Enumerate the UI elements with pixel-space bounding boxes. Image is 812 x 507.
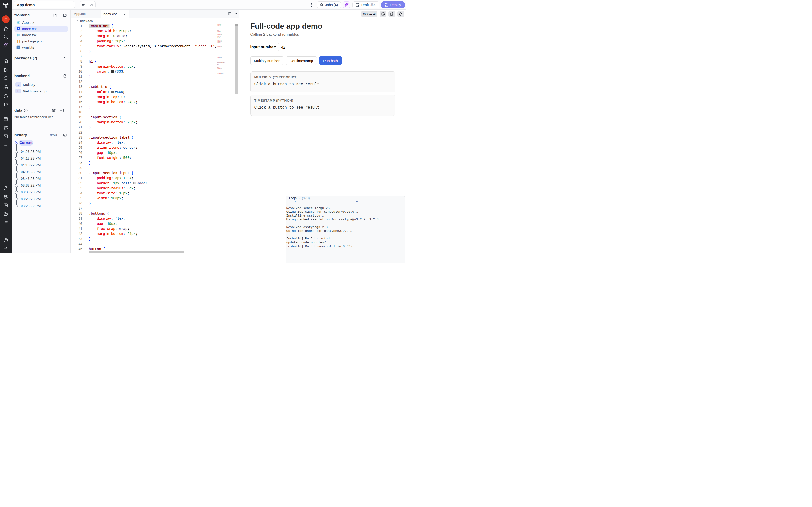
svg-text:3: 3: [18, 27, 19, 30]
svg-text:TS: TS: [17, 47, 19, 48]
